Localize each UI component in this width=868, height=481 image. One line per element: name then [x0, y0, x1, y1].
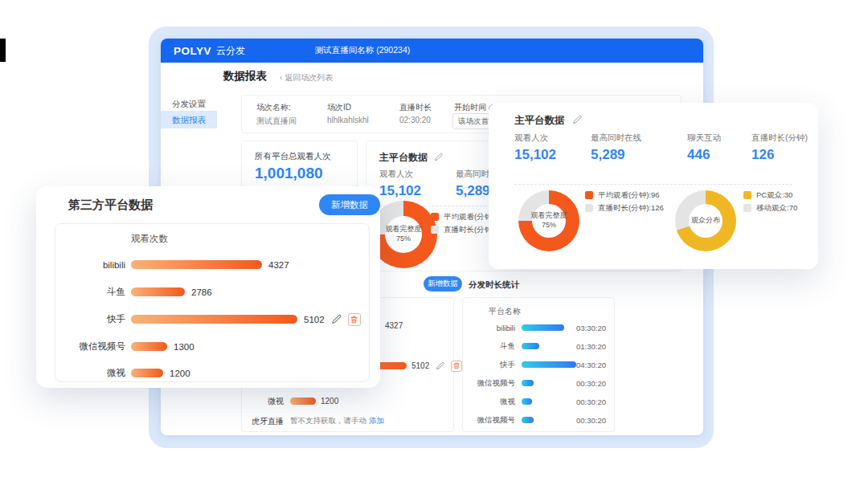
legend-swatch [585, 191, 593, 199]
screen-edge-artifact [0, 39, 6, 62]
screenshot-canvas: POLYV 云分发 测试直播间名称 (290234) 分发设置 数据报表 数据报… [0, 0, 868, 481]
stat-value: 126 [751, 147, 808, 163]
bar-value: 5102 [411, 361, 429, 370]
duration-row: 微视 00:30:20 [463, 397, 614, 406]
logo-suffix: 云分发 [216, 44, 245, 58]
back-to-session-list-link[interactable]: ‹ 返回场次列表 [280, 72, 333, 84]
distribution-stats-title: 分发时长统计 [469, 279, 519, 291]
app-header: POLYV 云分发 测试直播间名称 (290234) [161, 39, 703, 63]
bar-label: bilibili [55, 260, 125, 270]
edit-icon[interactable] [434, 153, 443, 161]
donut-label-line1: 观众分布 [691, 216, 720, 226]
duration-value: 04:30:20 [576, 361, 606, 369]
views-count-header: 观看次数 [131, 233, 168, 245]
stat-value: 5,289 [591, 147, 641, 163]
bar-row: 微视 1200 [242, 396, 338, 406]
stat-value: 15,102 [514, 147, 556, 163]
delete-icon[interactable] [348, 313, 361, 326]
bar-label: 微视 [55, 367, 125, 379]
session-id-label: 场次ID [327, 102, 351, 113]
platform-label: bilibili [463, 324, 515, 332]
logo-text: POLYV [174, 45, 211, 57]
bar-label: 快手 [55, 313, 125, 325]
platform-label: 微信视频号 [463, 415, 515, 426]
duration-row: 快手 04:30:20 [463, 360, 614, 369]
stat-views: 观看人次 15,102 [514, 132, 556, 163]
edit-icon[interactable] [331, 314, 342, 324]
legend-item: 平均观看(分钟):96 [585, 190, 660, 200]
platform-label: 快手 [463, 360, 515, 370]
distribution-panel: 平台名称 bilibili 03:30:20 斗鱼 01:30:20 快手 04… [462, 297, 615, 432]
bar [131, 342, 167, 351]
duration-value: 00:30:20 [576, 379, 606, 388]
donut-label-line2: 75% [542, 221, 556, 230]
page-title: 数据报表 [223, 69, 267, 84]
bar-row: 快手 5102 [55, 313, 361, 325]
bar-value: 4327 [268, 260, 289, 270]
add-data-button[interactable]: 新增数据 [424, 276, 462, 291]
total-views-card: 所有平台总观看人次 1,001,080 [241, 141, 358, 192]
sidebar-item-data-report[interactable]: 数据报表 [161, 111, 217, 128]
delete-icon[interactable] [451, 361, 462, 372]
bar [131, 369, 163, 377]
stat-label: 观看人次 [379, 169, 421, 180]
bar-value: 1300 [174, 342, 194, 352]
main-platform-title-text: 主平台数据 [379, 152, 428, 163]
edit-icon[interactable] [436, 361, 444, 370]
stat-peak-online: 最高同时在线 5,289 [591, 132, 641, 163]
room-title: 测试直播间名称 (290234) [315, 39, 410, 63]
back-arrow-icon: ‹ [280, 73, 282, 82]
bar-value: 1200 [170, 369, 190, 378]
duration-value: 00:30:20 [576, 397, 606, 406]
back-label: 返回场次列表 [285, 73, 333, 82]
stat-label: 观看人次 [514, 132, 556, 144]
main-platform-title: 主平台数据 [379, 151, 443, 165]
huya-row: 虎牙直播 暂不支持获取，请手动 添加 [242, 416, 384, 426]
duration-bar [522, 398, 532, 405]
legend-item: 直播时长(分钟):126 [585, 203, 664, 213]
duration-value: 01:30:20 [576, 342, 606, 351]
donut-label-line1: 观看完整度 [386, 225, 422, 234]
duration-value: 00:30:20 [576, 416, 606, 425]
donut-label-line1: 观看完整度 [531, 211, 567, 221]
total-views-label: 所有平台总观看人次 [255, 151, 331, 162]
add-data-button[interactable]: 新增数据 [319, 194, 380, 215]
bar [131, 287, 185, 296]
legend-swatch [743, 204, 751, 212]
bar-label: 微视 [242, 396, 284, 407]
huya-add-link[interactable]: 添加 [369, 416, 384, 426]
bar-value: 5102 [304, 315, 325, 324]
platform-name-header: 平台名称 [489, 306, 521, 317]
stat-duration: 直播时长(分钟) 126 [751, 132, 808, 163]
duration-row: 微信视频号 00:30:20 [463, 415, 614, 425]
legend-label: 平均观看(分钟):96 [598, 190, 660, 201]
duration-bar [522, 324, 564, 331]
stat-label: 最高同时在线 [591, 132, 641, 144]
third-party-data-overlay: 第三方平台数据 新增数据 观看次数 bilibili 4327 斗鱼 2786 … [36, 186, 380, 388]
duration-row: 斗鱼 01:30:20 [463, 341, 614, 351]
duration-bar [522, 380, 534, 386]
bar [131, 315, 297, 324]
legend-label: 移动观众:70 [756, 203, 797, 214]
platform-label: 斗鱼 [463, 341, 515, 352]
third-party-overlay-title: 第三方平台数据 [68, 198, 153, 213]
sidebar-item-distribution-settings[interactable]: 分发设置 [161, 95, 217, 112]
start-time-label-text: 开始时间 [454, 103, 486, 112]
huya-note: 暂不支持获取，请手动 [290, 416, 366, 426]
duration-bar [522, 361, 576, 368]
bar-row: 微信视频号 1300 [55, 340, 194, 353]
duration-bar [522, 343, 539, 349]
main-platform-overlay-title: 主平台数据 [514, 114, 582, 128]
edit-icon[interactable] [572, 115, 582, 124]
stat-views: 观看人次 15,102 [379, 169, 421, 199]
bar [290, 397, 316, 405]
completion-donut-chart: 观看完整度 75% [518, 190, 579, 251]
session-name-value: 测试直播间 [256, 116, 297, 127]
bar-row: 微视 1200 [55, 367, 190, 379]
live-duration-value: 02:30:20 [399, 116, 431, 124]
legend-item: 移动观众:70 [743, 203, 797, 213]
platform-label: 微信视频号 [463, 378, 515, 389]
total-views-value: 1,001,080 [255, 165, 323, 182]
legend-label: PC观众:30 [756, 190, 792, 201]
stat-chat: 聊天互动 446 [687, 132, 721, 163]
